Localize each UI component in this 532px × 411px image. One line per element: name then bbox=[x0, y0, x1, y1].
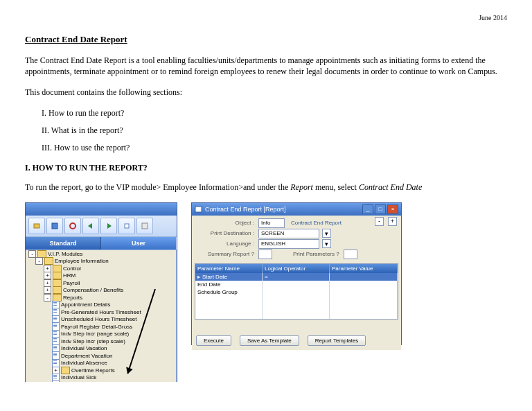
svg-rect-3 bbox=[125, 224, 129, 228]
summary-label: Summary Report ? bbox=[195, 251, 258, 257]
intro-paragraph: The Contract End Date Report is a tool e… bbox=[25, 55, 507, 77]
section-1-text-c: menu, select bbox=[313, 182, 359, 192]
section-1-text-ced: Contract End Date bbox=[359, 182, 422, 192]
toolbar-btn-3[interactable] bbox=[64, 218, 81, 234]
dest-select[interactable]: SCREEN bbox=[258, 229, 319, 238]
svg-point-2 bbox=[70, 223, 76, 229]
grid-row-sched[interactable]: Schedule Group bbox=[195, 288, 398, 296]
svg-rect-4 bbox=[142, 223, 148, 229]
tree-vip-modules[interactable]: V.I.P. Modules bbox=[48, 251, 82, 257]
tree-rpt-pregen-ts[interactable]: Pre-Generated Hours Timesheet bbox=[61, 309, 141, 315]
tree-employee-info[interactable]: Employee Information bbox=[55, 258, 109, 264]
tree-rpt-indv-sick[interactable]: Individual Sick bbox=[61, 374, 96, 381]
grid-row-empty bbox=[195, 296, 398, 304]
dialog-title: Contract End Report [Report] bbox=[205, 206, 286, 213]
collapse-icon[interactable]: - bbox=[375, 217, 384, 226]
screenshot-report-dialog: Contract End Report [Report] _ □ × - + O… bbox=[191, 202, 402, 345]
maximize-button[interactable]: □ bbox=[375, 204, 386, 214]
screenshot-module-tree: Standard User -V.I.P. Modules -Employee … bbox=[25, 202, 177, 382]
toolbar-btn-2[interactable] bbox=[46, 218, 63, 234]
close-button[interactable]: × bbox=[387, 204, 398, 214]
dest-picker-icon[interactable]: ▾ bbox=[322, 229, 331, 238]
toolbar-btn-1[interactable] bbox=[28, 218, 45, 234]
tree-control[interactable]: Control bbox=[63, 265, 81, 272]
lang-label: Language : bbox=[195, 241, 258, 247]
toc-item-3: III. How to use the report? bbox=[42, 143, 507, 153]
window-icon bbox=[195, 205, 203, 213]
toolbar-btn-6[interactable] bbox=[118, 218, 135, 234]
grid-head-op: Logical Operator bbox=[263, 264, 330, 273]
toolbar bbox=[26, 216, 177, 237]
tree-rpt-indv-step-step[interactable]: Indv Step Incr (step scale) bbox=[61, 338, 125, 344]
tree-comp-benefits[interactable]: Compensation / Benefits bbox=[63, 287, 123, 293]
doc-title: Contract End Date Report bbox=[25, 34, 507, 45]
dest-label: Print Destination : bbox=[195, 230, 258, 236]
section-1-heading: I. HOW TO RUN THE REPORT? bbox=[25, 163, 507, 173]
object-label: Object : bbox=[195, 220, 258, 226]
tree-rpt-dept-vac[interactable]: Department Vacation bbox=[61, 353, 113, 359]
svg-rect-0 bbox=[34, 224, 39, 228]
tree-rpt-ot[interactable]: Overtime Reports bbox=[71, 367, 115, 374]
svg-rect-1 bbox=[52, 223, 57, 229]
tree-rpt-indv-vac[interactable]: Individual Vacation bbox=[61, 345, 107, 351]
grid-head-val: Parameter Value bbox=[330, 264, 398, 273]
svg-rect-5 bbox=[195, 207, 202, 212]
grid-row-start[interactable]: ▸Start Date = bbox=[195, 273, 398, 281]
object-value: Info bbox=[258, 218, 285, 228]
grid-head-name: Parameter Name bbox=[195, 264, 263, 273]
page-date: June 2014 bbox=[25, 14, 507, 21]
grid-row-empty bbox=[195, 304, 398, 311]
object-name: Contract End Report bbox=[289, 220, 342, 226]
grid-row-empty bbox=[195, 311, 398, 319]
tree-rpt-appt-details[interactable]: Appointment Details bbox=[61, 301, 111, 308]
forward-arrow-icon[interactable] bbox=[100, 218, 117, 234]
tree-hrm[interactable]: HRM bbox=[63, 272, 76, 279]
toolbar-btn-7[interactable] bbox=[136, 218, 153, 234]
lang-picker-icon[interactable]: ▾ bbox=[322, 239, 331, 248]
back-arrow-icon[interactable] bbox=[82, 218, 99, 234]
section-1-text-report: Report bbox=[290, 182, 313, 192]
parameter-grid: Parameter Name Logical Operator Paramete… bbox=[195, 263, 398, 320]
module-tree: -V.I.P. Modules -Employee Information +C… bbox=[26, 250, 177, 382]
dialog-titlebar: Contract End Report [Report] _ □ × bbox=[192, 203, 401, 216]
grid-row-end[interactable]: End Date bbox=[195, 281, 398, 288]
titlebar bbox=[26, 203, 177, 216]
toc-item-1: I. How to run the report? bbox=[42, 108, 507, 119]
printparams-checkbox[interactable] bbox=[344, 250, 357, 259]
tree-reports[interactable]: Reports bbox=[63, 295, 82, 301]
tree-payroll[interactable]: Payroll bbox=[63, 280, 80, 286]
execute-button[interactable]: Execute bbox=[196, 335, 231, 346]
section-1-body: To run the report, go to the VIP module>… bbox=[25, 182, 507, 193]
tree-rpt-payroll-reg[interactable]: Payroll Register Detail-Gross bbox=[61, 324, 132, 330]
tree-rpt-indv-step-range[interactable]: Indv Step Incr (range scale) bbox=[61, 331, 129, 337]
tree-rpt-unsched-ts[interactable]: Unscheduled Hours Timesheet bbox=[61, 316, 136, 322]
save-template-button[interactable]: Save As Template bbox=[240, 335, 299, 346]
tree-rpt-indv-abs[interactable]: Individual Absence bbox=[61, 360, 107, 366]
summary-checkbox[interactable] bbox=[258, 250, 272, 259]
tab-user[interactable]: User bbox=[101, 237, 176, 250]
minimize-button[interactable]: _ bbox=[362, 204, 373, 214]
toc-item-2: II. What is in the report? bbox=[42, 125, 507, 136]
expand-icon[interactable]: + bbox=[388, 217, 397, 226]
tab-standard[interactable]: Standard bbox=[26, 237, 101, 250]
grid-cell-start: Start Date bbox=[202, 274, 227, 280]
section-1-text-a: To run the report, go to the VIP module>… bbox=[25, 182, 290, 192]
lang-select[interactable]: ENGLISH bbox=[258, 239, 319, 249]
toc-lead: This document contains the following sec… bbox=[25, 87, 507, 98]
report-templates-button[interactable]: Report Templates bbox=[308, 335, 366, 346]
printparams-label: Print Parameters ? bbox=[293, 251, 344, 257]
